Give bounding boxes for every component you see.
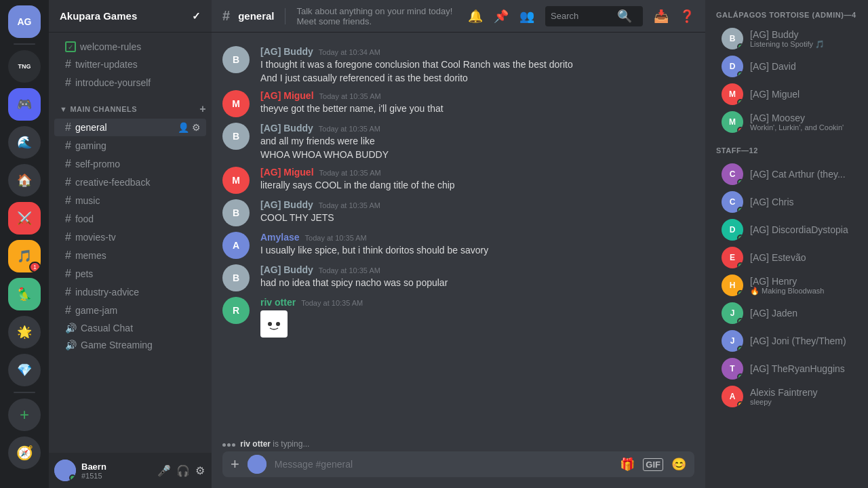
member-item[interactable]: C [AG] Cat Arthur (they... bbox=[711, 161, 863, 188]
settings-icon[interactable]: ⚙ bbox=[192, 122, 201, 133]
server-icon-4[interactable]: 🌊 bbox=[8, 126, 41, 159]
channel-twitter-updates[interactable]: # twitter-updates bbox=[54, 56, 206, 73]
channel-self-promo[interactable]: # self-promo bbox=[54, 155, 206, 173]
member-activity: 🔥 Making Bloodwash bbox=[750, 287, 857, 296]
member-item[interactable]: C [AG] Chris bbox=[711, 188, 863, 216]
channel-welcome-rules[interactable]: welcome-rules bbox=[54, 39, 206, 55]
speaker-icon: 🔊 bbox=[65, 340, 77, 350]
member-item[interactable]: D [AG] David bbox=[711, 53, 863, 80]
discover-button[interactable]: 🧭 bbox=[8, 436, 41, 469]
message-text: I thought it was a foregone conclusion t… bbox=[260, 58, 694, 72]
member-activity: sleepy bbox=[750, 398, 857, 406]
message-group: B [AG] Buddy Today at 10:35 AM and all m… bbox=[212, 120, 705, 164]
channel-pets[interactable]: # pets bbox=[54, 265, 206, 283]
member-info: [AG] Cat Arthur (they... bbox=[750, 169, 857, 180]
add-channel-icon[interactable]: + bbox=[199, 103, 206, 115]
member-name: [AG] DiscordiaDystopia bbox=[750, 224, 857, 235]
status-dot bbox=[737, 235, 743, 241]
channel-industry-advice[interactable]: # industry-advice bbox=[54, 283, 206, 301]
hash-icon: # bbox=[65, 158, 71, 170]
server-icon-6[interactable]: ⚔️ bbox=[8, 202, 41, 235]
dot3 bbox=[232, 443, 235, 447]
member-item[interactable]: E [AG] Estevão bbox=[711, 244, 863, 271]
typing-username: riv otter bbox=[240, 439, 271, 449]
user-avatar bbox=[54, 460, 76, 481]
pin-icon[interactable]: 📌 bbox=[494, 9, 509, 24]
member-avatar: C bbox=[722, 163, 743, 185]
message-text: I usually like spice, but i think dorito… bbox=[260, 244, 694, 258]
status-dot bbox=[737, 43, 743, 49]
members-icon[interactable]: 👥 bbox=[519, 9, 534, 24]
channel-gaming[interactable]: # gaming bbox=[54, 137, 206, 155]
add-server-button[interactable]: + bbox=[8, 399, 41, 431]
server-icon-10[interactable]: 💎 bbox=[8, 354, 41, 386]
typing-dots bbox=[222, 443, 235, 447]
inbox-icon[interactable]: 📥 bbox=[654, 9, 669, 24]
search-input[interactable] bbox=[551, 11, 612, 21]
message-group: B [AG] Buddy Today at 10:34 AM I thought… bbox=[212, 43, 705, 87]
member-item[interactable]: M [AG] Miguel bbox=[711, 81, 863, 108]
category-main-channels[interactable]: ▼ MAIN CHANNELS + bbox=[49, 92, 212, 118]
member-info: [AG] David bbox=[750, 61, 857, 72]
members-sidebar: GALÁPAGOS TORTOISE (ADMIN)—4 B [AG] Budd… bbox=[705, 0, 868, 488]
microphone-icon[interactable]: 🎤 bbox=[156, 463, 172, 479]
search-bar[interactable]: 🔍 bbox=[545, 6, 643, 26]
server-icon-tng[interactable]: TNG bbox=[8, 50, 41, 83]
channel-food[interactable]: # food bbox=[54, 210, 206, 228]
channel-creative-feedback[interactable]: # creative-feedback bbox=[54, 174, 206, 191]
member-item[interactable]: J [AG] Jaden bbox=[711, 300, 863, 327]
member-avatar: J bbox=[722, 302, 743, 324]
bell-icon[interactable]: 🔔 bbox=[468, 9, 483, 24]
status-dot bbox=[737, 99, 743, 105]
member-name: [AG] Estevão bbox=[750, 252, 857, 263]
member-item[interactable]: J [AG] Joni (They/Them) bbox=[711, 327, 863, 354]
server-icon-7[interactable]: 🎵 1 bbox=[8, 240, 41, 272]
server-icon-akupara[interactable]: AG bbox=[8, 5, 41, 38]
member-name: [AG] Henry bbox=[750, 276, 857, 287]
channel-memes[interactable]: # memes bbox=[54, 247, 206, 264]
channel-casual-chat[interactable]: 🔊 Casual Chat bbox=[54, 320, 206, 336]
channel-movies-tv[interactable]: # movies-tv bbox=[54, 228, 206, 246]
gif-icon[interactable]: GIF bbox=[643, 458, 663, 471]
headphones-icon[interactable]: 🎧 bbox=[175, 463, 191, 479]
avatar: R bbox=[222, 297, 250, 324]
member-item[interactable]: M [AG] Moosey Workin', Lurkin', and Cook… bbox=[711, 108, 863, 136]
channel-introduce-yourself[interactable]: # introduce-yourself bbox=[54, 74, 206, 92]
member-item[interactable]: T [AG] TheRyanHuggins bbox=[711, 355, 863, 382]
server-icon-9[interactable]: 🌟 bbox=[8, 316, 41, 348]
help-icon[interactable]: ❓ bbox=[679, 9, 694, 24]
server-name: Akupara Games bbox=[60, 10, 137, 22]
server-icon-5[interactable]: 🏠 bbox=[8, 164, 41, 197]
channel-general[interactable]: # general 👤 ⚙ bbox=[54, 119, 206, 136]
member-avatar: D bbox=[722, 219, 743, 241]
settings-icon[interactable]: ⚙ bbox=[194, 463, 206, 479]
message-text: COOL THY JETS bbox=[260, 211, 694, 225]
channel-game-streaming[interactable]: 🔊 Game Streaming bbox=[54, 337, 206, 353]
attach-button[interactable]: + bbox=[231, 455, 239, 473]
server-icon-3[interactable]: 🎮 bbox=[8, 88, 41, 121]
message-header: [AG] Buddy Today at 10:35 AM bbox=[260, 199, 694, 210]
timestamp: Today at 10:35 AM bbox=[301, 299, 363, 307]
member-category-staff: STAFF—12 bbox=[705, 146, 868, 160]
channel-header: # general Talk about anything on your mi… bbox=[212, 0, 705, 33]
server-icon-8[interactable]: 🦜 bbox=[8, 278, 41, 310]
member-item[interactable]: A Alexis Faintreny sleepy bbox=[711, 383, 863, 410]
channel-name-music: music bbox=[75, 195, 201, 206]
member-item[interactable]: B [AG] Buddy Listening to Spotify 🎵 bbox=[711, 25, 863, 52]
channel-music[interactable]: # music bbox=[54, 192, 206, 209]
server-header[interactable]: Akupara Games ✓ bbox=[49, 0, 212, 33]
author-name: [AG] Buddy bbox=[260, 199, 313, 210]
message-input[interactable] bbox=[275, 451, 612, 477]
emoji-icon[interactable]: 😊 bbox=[671, 457, 686, 472]
message-content: [AG] Buddy Today at 10:35 AM had no idea… bbox=[260, 264, 694, 291]
member-info: [AG] TheRyanHuggins bbox=[750, 363, 857, 374]
status-dot bbox=[737, 346, 743, 352]
channel-name-casual-chat: Casual Chat bbox=[81, 323, 201, 333]
gift-icon[interactable]: 🎁 bbox=[620, 457, 635, 472]
add-user-icon[interactable]: 👤 bbox=[178, 122, 189, 133]
status-dot bbox=[737, 401, 743, 407]
channel-game-jam[interactable]: # game-jam bbox=[54, 302, 206, 319]
member-item[interactable]: H [AG] Henry 🔥 Making Bloodwash bbox=[711, 272, 863, 299]
message-group: B [AG] Buddy Today at 10:35 AM COOL THY … bbox=[212, 197, 705, 229]
member-item[interactable]: D [AG] DiscordiaDystopia bbox=[711, 216, 863, 243]
